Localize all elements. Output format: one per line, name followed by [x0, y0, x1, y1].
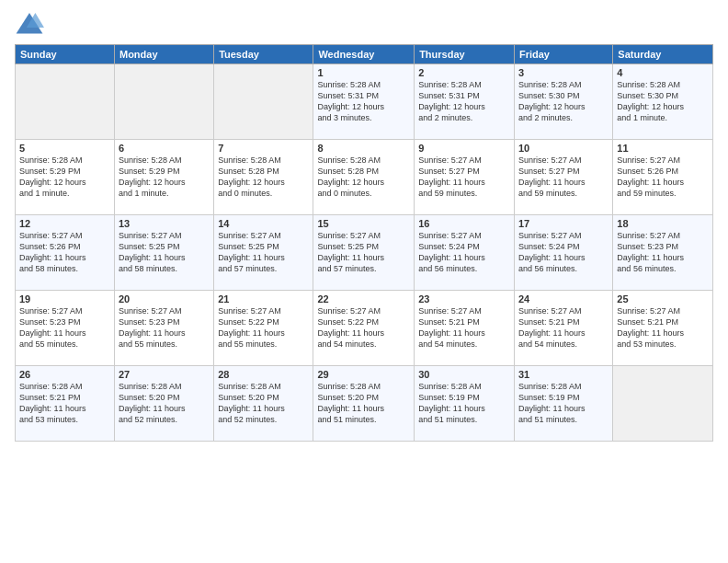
day-number: 26 [19, 369, 110, 380]
day-number: 27 [119, 369, 210, 380]
day-number: 28 [218, 369, 309, 380]
day-info: Sunrise: 5:28 AM Sunset: 5:20 PM Dayligh… [119, 381, 210, 426]
calendar-cell: 1Sunrise: 5:28 AM Sunset: 5:31 PM Daylig… [313, 64, 415, 140]
day-number: 21 [218, 293, 309, 304]
calendar-cell: 16Sunrise: 5:27 AM Sunset: 5:24 PM Dayli… [415, 215, 515, 291]
calendar-cell: 24Sunrise: 5:27 AM Sunset: 5:21 PM Dayli… [514, 291, 612, 366]
calendar-cell: 20Sunrise: 5:27 AM Sunset: 5:23 PM Dayli… [114, 291, 213, 366]
day-number: 6 [119, 143, 210, 154]
calendar-header-wednesday: Wednesday [313, 45, 415, 64]
calendar-cell [214, 64, 313, 140]
day-number: 30 [418, 369, 510, 380]
day-number: 16 [418, 218, 510, 229]
calendar-cell: 13Sunrise: 5:27 AM Sunset: 5:25 PM Dayli… [114, 215, 213, 291]
calendar-cell: 15Sunrise: 5:27 AM Sunset: 5:25 PM Dayli… [313, 215, 415, 291]
calendar-cell: 11Sunrise: 5:27 AM Sunset: 5:26 PM Dayli… [613, 140, 713, 215]
calendar-header-monday: Monday [114, 45, 213, 64]
day-number: 17 [518, 218, 609, 229]
calendar-cell: 21Sunrise: 5:27 AM Sunset: 5:22 PM Dayli… [214, 291, 313, 366]
day-number: 15 [317, 218, 410, 229]
calendar-cell: 8Sunrise: 5:28 AM Sunset: 5:28 PM Daylig… [313, 140, 415, 215]
calendar-cell: 31Sunrise: 5:28 AM Sunset: 5:19 PM Dayli… [514, 366, 612, 442]
page: SundayMondayTuesdayWednesdayThursdayFrid… [0, 0, 728, 563]
calendar-cell [613, 366, 713, 442]
day-info: Sunrise: 5:27 AM Sunset: 5:22 PM Dayligh… [317, 305, 410, 350]
day-number: 14 [218, 218, 309, 229]
day-info: Sunrise: 5:27 AM Sunset: 5:23 PM Dayligh… [19, 305, 110, 350]
day-number: 11 [617, 143, 709, 154]
day-info: Sunrise: 5:28 AM Sunset: 5:28 PM Dayligh… [218, 155, 309, 200]
calendar-cell: 10Sunrise: 5:27 AM Sunset: 5:27 PM Dayli… [514, 140, 612, 215]
day-number: 10 [518, 143, 609, 154]
day-number: 18 [617, 218, 709, 229]
logo-icon [15, 11, 44, 37]
day-info: Sunrise: 5:27 AM Sunset: 5:26 PM Dayligh… [617, 155, 709, 200]
day-number: 22 [317, 293, 410, 304]
day-info: Sunrise: 5:28 AM Sunset: 5:29 PM Dayligh… [19, 155, 110, 200]
calendar-cell: 12Sunrise: 5:27 AM Sunset: 5:26 PM Dayli… [16, 215, 115, 291]
day-number: 3 [518, 67, 609, 78]
day-info: Sunrise: 5:28 AM Sunset: 5:28 PM Dayligh… [317, 155, 410, 200]
day-number: 25 [617, 293, 709, 304]
calendar-cell [114, 64, 213, 140]
day-info: Sunrise: 5:27 AM Sunset: 5:22 PM Dayligh… [218, 305, 309, 350]
day-number: 4 [617, 67, 709, 78]
day-info: Sunrise: 5:28 AM Sunset: 5:19 PM Dayligh… [518, 381, 609, 426]
calendar-table: SundayMondayTuesdayWednesdayThursdayFrid… [15, 44, 713, 442]
day-info: Sunrise: 5:28 AM Sunset: 5:21 PM Dayligh… [19, 381, 110, 426]
calendar-week-row: 12Sunrise: 5:27 AM Sunset: 5:26 PM Dayli… [16, 215, 713, 291]
calendar-cell: 9Sunrise: 5:27 AM Sunset: 5:27 PM Daylig… [415, 140, 515, 215]
day-number: 20 [119, 293, 210, 304]
day-info: Sunrise: 5:27 AM Sunset: 5:25 PM Dayligh… [119, 230, 210, 275]
day-number: 13 [119, 218, 210, 229]
day-number: 24 [518, 293, 609, 304]
calendar-cell: 22Sunrise: 5:27 AM Sunset: 5:22 PM Dayli… [313, 291, 415, 366]
calendar-cell: 19Sunrise: 5:27 AM Sunset: 5:23 PM Dayli… [16, 291, 115, 366]
calendar-week-row: 5Sunrise: 5:28 AM Sunset: 5:29 PM Daylig… [16, 140, 713, 215]
calendar-cell: 23Sunrise: 5:27 AM Sunset: 5:21 PM Dayli… [415, 291, 515, 366]
calendar-cell: 4Sunrise: 5:28 AM Sunset: 5:30 PM Daylig… [613, 64, 713, 140]
day-info: Sunrise: 5:28 AM Sunset: 5:30 PM Dayligh… [617, 79, 709, 124]
day-number: 5 [19, 143, 110, 154]
day-info: Sunrise: 5:28 AM Sunset: 5:31 PM Dayligh… [317, 79, 410, 124]
logo [15, 11, 48, 37]
calendar-cell: 27Sunrise: 5:28 AM Sunset: 5:20 PM Dayli… [114, 366, 213, 442]
calendar-week-row: 26Sunrise: 5:28 AM Sunset: 5:21 PM Dayli… [16, 366, 713, 442]
calendar-cell [16, 64, 115, 140]
day-info: Sunrise: 5:28 AM Sunset: 5:19 PM Dayligh… [418, 381, 510, 426]
calendar-cell: 5Sunrise: 5:28 AM Sunset: 5:29 PM Daylig… [16, 140, 115, 215]
calendar-cell: 18Sunrise: 5:27 AM Sunset: 5:23 PM Dayli… [613, 215, 713, 291]
day-info: Sunrise: 5:27 AM Sunset: 5:21 PM Dayligh… [518, 305, 609, 350]
calendar-header-row: SundayMondayTuesdayWednesdayThursdayFrid… [16, 45, 713, 64]
day-info: Sunrise: 5:28 AM Sunset: 5:29 PM Dayligh… [119, 155, 210, 200]
calendar-cell: 14Sunrise: 5:27 AM Sunset: 5:25 PM Dayli… [214, 215, 313, 291]
calendar-cell: 29Sunrise: 5:28 AM Sunset: 5:20 PM Dayli… [313, 366, 415, 442]
day-number: 9 [418, 143, 510, 154]
day-number: 31 [518, 369, 609, 380]
calendar-week-row: 1Sunrise: 5:28 AM Sunset: 5:31 PM Daylig… [16, 64, 713, 140]
day-info: Sunrise: 5:27 AM Sunset: 5:27 PM Dayligh… [518, 155, 609, 200]
day-number: 12 [19, 218, 110, 229]
day-info: Sunrise: 5:27 AM Sunset: 5:25 PM Dayligh… [218, 230, 309, 275]
calendar-cell: 17Sunrise: 5:27 AM Sunset: 5:24 PM Dayli… [514, 215, 612, 291]
calendar-week-row: 19Sunrise: 5:27 AM Sunset: 5:23 PM Dayli… [16, 291, 713, 366]
day-info: Sunrise: 5:28 AM Sunset: 5:20 PM Dayligh… [218, 381, 309, 426]
calendar-cell: 6Sunrise: 5:28 AM Sunset: 5:29 PM Daylig… [114, 140, 213, 215]
day-number: 2 [418, 67, 510, 78]
day-number: 7 [218, 143, 309, 154]
calendar-cell: 3Sunrise: 5:28 AM Sunset: 5:30 PM Daylig… [514, 64, 612, 140]
calendar-header-sunday: Sunday [16, 45, 115, 64]
day-info: Sunrise: 5:28 AM Sunset: 5:20 PM Dayligh… [317, 381, 410, 426]
calendar-cell: 25Sunrise: 5:27 AM Sunset: 5:21 PM Dayli… [613, 291, 713, 366]
day-info: Sunrise: 5:27 AM Sunset: 5:21 PM Dayligh… [617, 305, 709, 350]
day-info: Sunrise: 5:27 AM Sunset: 5:26 PM Dayligh… [19, 230, 110, 275]
day-info: Sunrise: 5:28 AM Sunset: 5:31 PM Dayligh… [418, 79, 510, 124]
calendar-cell: 26Sunrise: 5:28 AM Sunset: 5:21 PM Dayli… [16, 366, 115, 442]
calendar-header-friday: Friday [514, 45, 612, 64]
day-info: Sunrise: 5:27 AM Sunset: 5:25 PM Dayligh… [317, 230, 410, 275]
day-number: 29 [317, 369, 410, 380]
day-number: 19 [19, 293, 110, 304]
day-info: Sunrise: 5:28 AM Sunset: 5:30 PM Dayligh… [518, 79, 609, 124]
day-info: Sunrise: 5:27 AM Sunset: 5:23 PM Dayligh… [119, 305, 210, 350]
calendar-header-saturday: Saturday [613, 45, 713, 64]
